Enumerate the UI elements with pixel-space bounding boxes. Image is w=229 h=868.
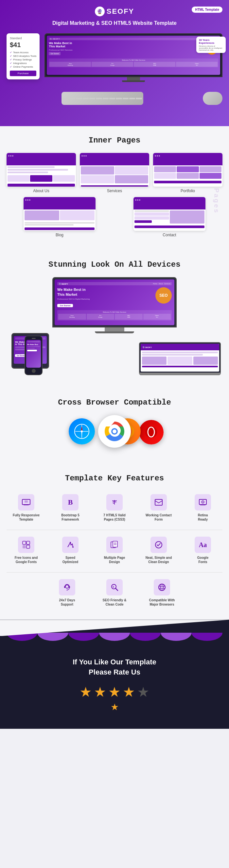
icons-fonts-icon xyxy=(18,537,34,553)
header-content: Standard $41 Team Access SEO Analytics T… xyxy=(6,33,223,82)
star-1: ★ xyxy=(80,684,92,700)
price: $41 xyxy=(10,41,36,49)
star-4: ★ xyxy=(123,684,135,700)
bootstrap-icon: B xyxy=(62,494,79,510)
svg-point-30 xyxy=(72,547,74,548)
rating-title: If You Like Our TemplatePlease Rate Us xyxy=(6,657,223,678)
html5-icon: </> xyxy=(106,494,123,510)
star-2: ★ xyxy=(94,684,106,700)
badge-desc: Dénimos directa el accessible de su inte… xyxy=(199,45,223,51)
header-subtitle: Digital Marketing & SEO HTML5 Website Te… xyxy=(6,20,223,27)
html-template-badge: HTML Template xyxy=(192,6,223,13)
svg-point-14 xyxy=(145,426,157,438)
monitor-frame: 🔮 SEOFY Home About Services We Make Best… xyxy=(45,33,223,77)
feature-item: SEO Analytics Tools xyxy=(10,54,36,58)
feature-retina-label: RetinaReady xyxy=(185,513,221,522)
svg-rect-40 xyxy=(66,590,68,591)
page-preview-blog-frame xyxy=(24,197,95,231)
logo-icon: 🔮 xyxy=(95,6,105,16)
support-icon xyxy=(59,579,75,595)
page-preview-services-header xyxy=(80,153,149,159)
feature-contact-form-label: Working ContactForm xyxy=(141,513,177,522)
browser-title: Cross Browser Compatible xyxy=(6,398,223,407)
page-preview-portfolio-frame xyxy=(153,153,223,187)
svg-rect-20 xyxy=(155,499,162,505)
svg-rect-38 xyxy=(64,586,65,588)
page-preview-portfolio: Portfolio xyxy=(153,153,223,193)
seo-icon: S xyxy=(106,579,123,595)
retina-icon xyxy=(195,494,211,510)
desktop-base xyxy=(95,331,134,333)
svg-point-53 xyxy=(161,633,191,641)
monitor-screen-inner: 🔮 SEOFY Home About Services We Make Best… xyxy=(47,36,220,75)
feature-item: Online Payments xyxy=(10,65,36,69)
screen-hero-text: We Make Best inThis Market xyxy=(49,41,218,48)
monitor-stand xyxy=(127,77,140,81)
page-preview-blog-header xyxy=(24,197,95,203)
svg-rect-39 xyxy=(69,586,70,588)
feature-seo-label: SEO Friendly &Clean Code xyxy=(95,598,134,607)
feature-seo: S SEO Friendly &Clean Code xyxy=(93,576,136,610)
svg-rect-28 xyxy=(27,545,30,548)
page-preview-about-header xyxy=(6,153,76,159)
browser-icons-row xyxy=(52,415,177,451)
svg-rect-25 xyxy=(23,541,26,545)
screen-subtext: Professional SEO Services xyxy=(49,49,218,51)
feature-item: Integrations xyxy=(10,61,36,65)
extra-star: ★ xyxy=(111,702,119,712)
svg-point-49 xyxy=(37,633,68,641)
stars-row: ★ ★ ★ ★ ★ xyxy=(6,684,223,700)
svg-point-48 xyxy=(6,633,37,641)
svg-rect-18 xyxy=(25,500,28,503)
badge-title: 30 Years Experiences xyxy=(199,38,223,44)
monitor-screen: 🔮 SEOFY Home About Services We Make Best… xyxy=(47,36,220,75)
svg-rect-27 xyxy=(23,545,26,548)
devices-title: Stunning Look On All Devices xyxy=(6,260,223,269)
phone-screen: We Make Best xyxy=(26,340,41,368)
page-label-services: Services xyxy=(80,189,149,193)
divider-2 xyxy=(6,572,223,572)
laptop-keyboard xyxy=(139,373,221,375)
page-preview-contact-body xyxy=(134,203,205,231)
feature-bootstrap: B Bootstrap 5Framework xyxy=(51,491,90,525)
inner-pages-bottom-grid: Blog xyxy=(6,197,223,237)
laptop-frame: 🔮 SEOFY xyxy=(139,342,221,373)
svg-point-52 xyxy=(130,633,161,641)
header-top: 🔮 SEOFY HTML Template xyxy=(6,6,223,16)
svg-marker-4 xyxy=(81,432,82,437)
speed-icon xyxy=(62,537,79,553)
page-preview-services-frame xyxy=(80,153,149,187)
monitor-base xyxy=(122,81,145,82)
logo-text: SEOFY xyxy=(107,7,135,16)
svg-point-5 xyxy=(81,430,83,432)
pricing-card: Standard $41 Team Access SEO Analytics T… xyxy=(6,33,39,80)
feature-support-label: 24x7 DaysSupport xyxy=(48,598,87,607)
features-row-1: Fully ResponsiveTemplate B Bootstrap 5Fr… xyxy=(6,491,223,525)
svg-point-45 xyxy=(161,584,163,591)
svg-point-29 xyxy=(70,542,71,543)
svg-point-54 xyxy=(192,633,223,641)
feature-browsers-label: Compatible WithMajor Browsers xyxy=(142,598,181,607)
feature-speed: SpeedOptimized xyxy=(51,533,90,567)
feature-responsive: Fully ResponsiveTemplate xyxy=(6,491,46,525)
page-preview-services: Services xyxy=(80,153,149,193)
mouse-image xyxy=(203,92,223,105)
purchase-button[interactable]: Purchase xyxy=(10,70,36,76)
devices-section: Stunning Look On All Devices 🔮 SEOFY Hom… xyxy=(0,250,229,388)
svg-point-37 xyxy=(65,585,69,588)
inner-pages-section: Inner Pages Inner Pages xyxy=(0,126,229,250)
page-preview-services-body xyxy=(80,159,149,187)
feature-html5: </> 7 HTML5 ValidPages (CSS3) xyxy=(95,491,134,525)
feature-support: 24x7 DaysSupport xyxy=(46,576,88,610)
features-row-2: Free Icons andGoogle Fonts SpeedOptimize… xyxy=(6,533,223,567)
page-preview-blog-body xyxy=(24,203,95,231)
features-row-3: 24x7 DaysSupport S SEO Friendly &Clean C… xyxy=(46,576,183,610)
feature-item: Privacy Settings xyxy=(10,58,36,61)
browser-section: Cross Browser Compatible xyxy=(0,388,229,464)
page-preview-blog: Blog xyxy=(24,197,95,237)
google-fonts-icon: Aa xyxy=(195,537,211,553)
feature-list: Team Access SEO Analytics Tools Privacy … xyxy=(10,51,36,69)
half-star-row: ★ xyxy=(6,702,223,712)
chrome-icon xyxy=(98,415,131,448)
star-3: ★ xyxy=(108,684,121,700)
